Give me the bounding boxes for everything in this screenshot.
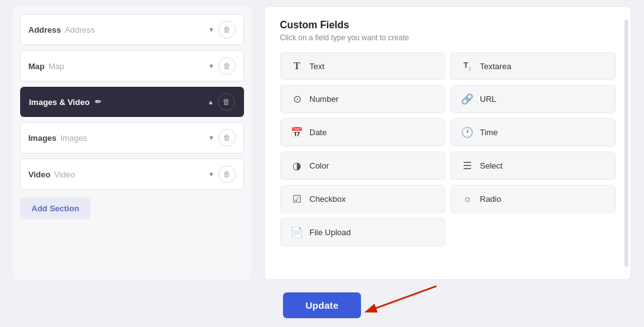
delete-images-button[interactable]: 🗑 (218, 129, 236, 147)
address-field-row[interactable]: Address Address ▾ 🗑 (20, 14, 244, 45)
file-upload-icon: 📄 (291, 226, 303, 238)
select-label: Select (480, 161, 502, 170)
scrollbar[interactable] (625, 19, 628, 267)
bottom-bar: Update (0, 286, 644, 327)
number-icon: ⊙ (291, 93, 303, 105)
video-label: Video (28, 170, 50, 179)
main-content: Address Address ▾ 🗑 Map Map ▾ 🗑 Images &… (0, 0, 644, 286)
url-field-option[interactable]: 🔗 URL (450, 85, 616, 113)
map-label: Map (28, 62, 45, 71)
textarea-icon: T↕ (461, 60, 474, 72)
images-label: Images (28, 133, 57, 143)
address-label: Address (28, 25, 61, 35)
chevron-down-icon[interactable]: ▾ (209, 170, 213, 179)
file-upload-label: File Upload (309, 228, 351, 237)
radio-icon: ○ (461, 194, 474, 205)
select-icon: ☰ (461, 160, 474, 172)
map-field-row[interactable]: Map Map ▾ 🗑 (20, 50, 244, 82)
delete-section-button[interactable]: 🗑 (218, 93, 235, 111)
color-icon: ◑ (291, 160, 303, 172)
textarea-label: Textarea (480, 62, 511, 71)
svg-line-0 (367, 286, 436, 311)
chevron-down-icon[interactable]: ▾ (209, 62, 213, 70)
text-icon: T (291, 60, 303, 72)
images-video-label: Images & Video (29, 97, 90, 107)
add-section-button[interactable]: Add Section (20, 197, 91, 219)
text-label: Text (309, 62, 325, 71)
video-field-row[interactable]: Video Video ▾ 🗑 (20, 158, 244, 190)
chevron-up-icon[interactable]: ▴ (209, 97, 213, 106)
chevron-down-icon[interactable]: ▾ (209, 25, 213, 34)
images-video-section-header[interactable]: Images & Video ✏ ▴ 🗑 (20, 87, 244, 117)
delete-map-button[interactable]: 🗑 (218, 57, 236, 75)
time-icon: 🕐 (461, 126, 474, 138)
radio-label: Radio (480, 194, 501, 204)
checkbox-icon: ☑ (291, 193, 303, 205)
arrow-annotation (348, 280, 449, 320)
file-upload-field-option[interactable]: 📄 File Upload (280, 218, 445, 247)
checkbox-label: Checkbox (309, 194, 346, 204)
right-panel: Custom Fields Click on a field type you … (264, 6, 631, 280)
update-button[interactable]: Update (283, 292, 362, 318)
images-placeholder: Images (60, 133, 87, 143)
fields-grid: T Text T↕ Textarea ⊙ Number 🔗 URL 📅 Da (280, 52, 616, 247)
url-label: URL (480, 94, 496, 104)
edit-icon[interactable]: ✏ (95, 97, 101, 106)
time-field-option[interactable]: 🕐 Time (450, 118, 616, 147)
address-placeholder: Address (65, 25, 95, 35)
map-placeholder: Map (48, 62, 64, 71)
date-label: Date (309, 128, 326, 137)
textarea-field-option[interactable]: T↕ Textarea (450, 52, 616, 80)
radio-field-option[interactable]: ○ Radio (450, 185, 616, 213)
chevron-down-icon[interactable]: ▾ (209, 133, 213, 142)
select-field-option[interactable]: ☰ Select (450, 152, 616, 180)
images-field-row[interactable]: Images Images ▾ 🗑 (20, 122, 244, 153)
text-field-option[interactable]: T Text (280, 52, 445, 80)
checkbox-field-option[interactable]: ☑ Checkbox (280, 185, 445, 213)
number-field-option[interactable]: ⊙ Number (280, 85, 445, 113)
delete-video-button[interactable]: 🗑 (218, 165, 236, 183)
number-label: Number (309, 94, 338, 104)
date-icon: 📅 (291, 126, 303, 138)
custom-fields-subtitle: Click on a field type you want to create (280, 33, 616, 42)
color-field-option[interactable]: ◑ Color (280, 152, 445, 180)
left-panel: Address Address ▾ 🗑 Map Map ▾ 🗑 Images &… (13, 6, 252, 280)
color-label: Color (309, 161, 329, 170)
video-placeholder: Video (54, 170, 75, 179)
custom-fields-title: Custom Fields (280, 19, 616, 31)
url-icon: 🔗 (461, 93, 474, 105)
date-field-option[interactable]: 📅 Date (280, 118, 445, 147)
time-label: Time (480, 128, 497, 137)
delete-address-button[interactable]: 🗑 (218, 21, 236, 38)
